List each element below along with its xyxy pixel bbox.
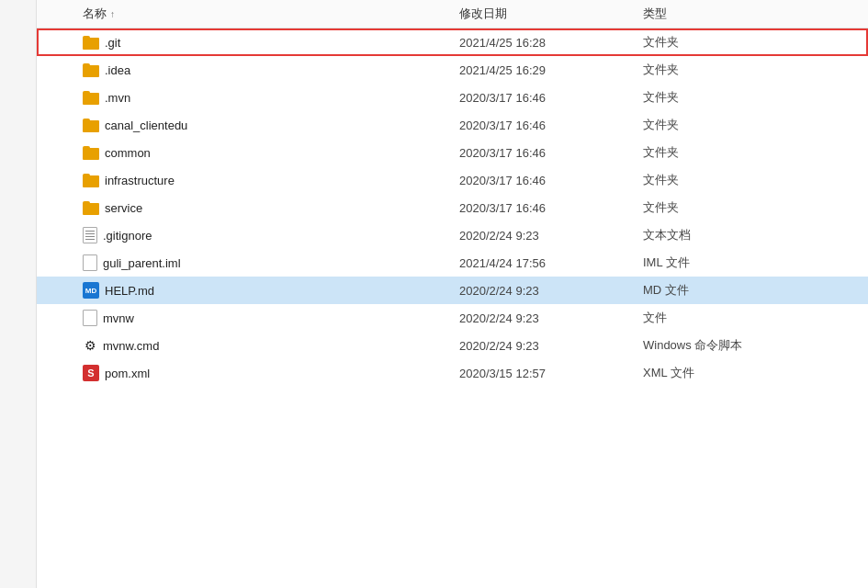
col-date-header[interactable]: 修改日期 <box>459 6 643 22</box>
file-date-cell: 2020/3/17 16:46 <box>459 91 643 105</box>
file-date-cell: 2021/4/24 17:56 <box>459 256 643 270</box>
file-name-text: .git <box>105 36 120 50</box>
file-type-cell: 文件夹 <box>643 62 868 78</box>
file-type-cell: 文本文档 <box>643 227 868 243</box>
file-name-cell: MDHELP.md <box>37 282 459 299</box>
table-row[interactable]: mvnw2020/2/24 9:23文件 <box>37 304 868 332</box>
folder-icon <box>83 118 99 132</box>
file-date-cell: 2020/2/24 9:23 <box>459 284 643 298</box>
file-table: 名称 ↑ 修改日期 类型 .git2021/4/25 16:28文件夹.idea… <box>37 0 868 588</box>
file-name-cell: ⚙mvnw.cmd <box>37 338 459 353</box>
file-name-text: common <box>105 146 151 160</box>
file-date-cell: 2021/4/25 16:29 <box>459 63 643 77</box>
file-name-text: canal_clientedu <box>105 119 187 132</box>
file-date-cell: 2020/3/15 12:57 <box>459 367 643 380</box>
file-plain-icon <box>83 310 97 326</box>
table-row[interactable]: guli_parent.iml2021/4/24 17:56IML 文件 <box>37 249 868 277</box>
md-file-icon: MD <box>83 282 99 299</box>
file-type-cell: 文件夹 <box>643 144 868 161</box>
file-name-cell: canal_clientedu <box>37 118 459 132</box>
file-name-cell: .git <box>37 35 459 50</box>
file-type-cell: 文件夹 <box>643 172 868 188</box>
file-type-cell: Windows 命令脚本 <box>643 337 868 354</box>
file-name-cell: common <box>37 145 459 160</box>
file-type-cell: XML 文件 <box>643 365 868 381</box>
folder-icon <box>83 90 99 105</box>
table-header: 名称 ↑ 修改日期 类型 <box>37 0 868 28</box>
file-name-text: .gitignore <box>103 229 152 243</box>
file-date-cell: 2021/4/25 16:28 <box>459 36 643 50</box>
folder-icon <box>83 62 99 77</box>
file-type-cell: 文件夹 <box>643 117 868 133</box>
table-row[interactable]: ⚙mvnw.cmd2020/2/24 9:23Windows 命令脚本 <box>37 332 868 359</box>
main-content: 名称 ↑ 修改日期 类型 .git2021/4/25 16:28文件夹.idea… <box>37 0 868 588</box>
folder-icon <box>83 145 99 160</box>
file-type-cell: 文件夹 <box>643 89 868 106</box>
file-name-cell: mvnw <box>37 310 459 326</box>
file-date-cell: 2020/3/17 16:46 <box>459 174 643 187</box>
file-type-cell: 文件 <box>643 310 868 326</box>
xml-file-icon: S <box>83 365 99 381</box>
file-name-cell: .gitignore <box>37 227 459 243</box>
table-row[interactable]: service2020/3/17 16:46文件夹 <box>37 194 868 221</box>
sidebar <box>0 0 37 588</box>
file-date-cell: 2020/2/24 9:23 <box>459 229 643 243</box>
file-name-text: service <box>105 201 142 215</box>
table-row[interactable]: MDHELP.md2020/2/24 9:23MD 文件 <box>37 277 868 304</box>
file-name-text: guli_parent.iml <box>103 256 181 270</box>
table-row[interactable]: canal_clientedu2020/3/17 16:46文件夹 <box>37 111 868 139</box>
file-name-text: .mvn <box>105 91 130 105</box>
file-type-cell: 文件夹 <box>643 199 868 216</box>
col-type-header[interactable]: 类型 <box>643 6 868 22</box>
table-row[interactable]: common2020/3/17 16:46文件夹 <box>37 139 868 166</box>
file-name-cell: guli_parent.iml <box>37 254 459 271</box>
folder-icon <box>83 173 99 187</box>
file-date-cell: 2020/2/24 9:23 <box>459 339 643 353</box>
file-plain-icon <box>83 254 97 271</box>
table-row[interactable]: .git2021/4/25 16:28文件夹 <box>37 28 868 56</box>
folder-icon <box>83 200 99 215</box>
cmd-file-icon: ⚙ <box>83 338 97 353</box>
file-name-text: mvnw.cmd <box>103 339 159 353</box>
file-date-cell: 2020/3/17 16:46 <box>459 201 643 215</box>
file-name-cell: service <box>37 200 459 215</box>
folder-icon <box>83 35 99 50</box>
file-name-text: HELP.md <box>105 284 154 298</box>
file-date-cell: 2020/3/17 16:46 <box>459 146 643 160</box>
file-name-text: pom.xml <box>105 367 150 380</box>
file-name-cell: infrastructure <box>37 173 459 187</box>
table-row[interactable]: infrastructure2020/3/17 16:46文件夹 <box>37 166 868 194</box>
file-name-cell: Spom.xml <box>37 365 459 381</box>
file-date-cell: 2020/3/17 16:46 <box>459 119 643 132</box>
table-row[interactable]: Spom.xml2020/3/15 12:57XML 文件 <box>37 359 868 387</box>
file-text-icon <box>83 227 97 243</box>
file-name-cell: .mvn <box>37 90 459 105</box>
sort-arrow: ↑ <box>110 9 115 19</box>
table-row[interactable]: .gitignore2020/2/24 9:23文本文档 <box>37 221 868 249</box>
file-rows-container: .git2021/4/25 16:28文件夹.idea2021/4/25 16:… <box>37 28 868 387</box>
file-name-text: mvnw <box>103 311 134 325</box>
file-type-cell: 文件夹 <box>643 34 868 51</box>
file-type-cell: IML 文件 <box>643 254 868 271</box>
col-name-label: 名称 <box>83 6 107 22</box>
file-explorer-window: 名称 ↑ 修改日期 类型 .git2021/4/25 16:28文件夹.idea… <box>0 0 868 588</box>
file-date-cell: 2020/2/24 9:23 <box>459 311 643 325</box>
table-row[interactable]: .mvn2020/3/17 16:46文件夹 <box>37 84 868 111</box>
file-name-text: infrastructure <box>105 174 175 187</box>
col-name-header[interactable]: 名称 ↑ <box>37 6 459 22</box>
file-name-cell: .idea <box>37 62 459 77</box>
table-row[interactable]: .idea2021/4/25 16:29文件夹 <box>37 56 868 84</box>
file-name-text: .idea <box>105 63 130 77</box>
file-type-cell: MD 文件 <box>643 282 868 299</box>
